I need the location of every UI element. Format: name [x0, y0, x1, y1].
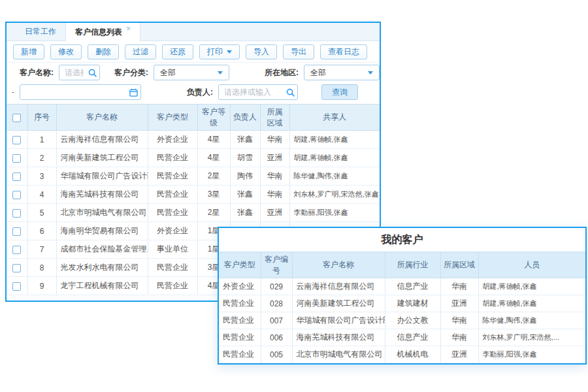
industry: 信息产业 [385, 278, 440, 295]
customer-level: 4星 [197, 131, 230, 149]
customer-type: 民营企业 [148, 149, 197, 167]
region-select[interactable]: 全部 [304, 65, 380, 80]
row-checkbox[interactable] [12, 246, 21, 254]
table-header-row: 序号 客户名称 客户类型 客户等级 负责人 所属区域 共享人 [7, 105, 380, 131]
customer-code-link[interactable]: 005 [261, 346, 292, 363]
export-button[interactable]: 导出 [283, 44, 314, 59]
customer-name-link[interactable]: 河南美新建筑工程公司 [292, 295, 385, 312]
table-row[interactable]: 外资企业 029 云南海祥信息有限公司 信息产业 华南 胡建,蒋德帧,张鑫 [219, 278, 585, 295]
filter-row-2: - 负责人: 查询 [7, 82, 380, 102]
tab-customer-list[interactable]: 客户信息列表 × [65, 23, 140, 41]
customer-level: 2星 [197, 167, 230, 186]
customer-name-link[interactable]: 北京市明城电气有限公司 [56, 204, 148, 222]
row-checkbox[interactable] [12, 282, 21, 291]
region: 华南 [440, 329, 478, 346]
view-log-button[interactable]: 查看日志 [320, 44, 367, 59]
owner-link[interactable]: 张鑫 [230, 131, 260, 149]
customer-type: 民营企业 [148, 277, 197, 295]
owner-link[interactable]: 陶伟 [230, 167, 260, 186]
row-no: 1 [27, 131, 56, 149]
search-icon[interactable] [85, 69, 99, 77]
region: 华南 [440, 278, 478, 295]
table-row[interactable]: 民营企业 006 海南芜城科技有限公司 信息产业 华南 刘东林,罗广明,宋浩然,… [219, 329, 585, 346]
tab-daily-work[interactable]: 日常工作 [16, 23, 65, 41]
delete-button[interactable]: 删除 [88, 44, 119, 59]
customer-code-link[interactable]: 028 [261, 295, 292, 312]
table-row[interactable]: 2 河南美新建筑工程公司 民营企业 4星 胡雪 亚洲 胡建,蒋德帧,张鑫 [7, 149, 380, 167]
row-no: 3 [27, 167, 56, 186]
customer-name-link[interactable]: 北京市明城电气有限公司 [292, 346, 385, 363]
table-row[interactable]: 4 海南芜城科技有限公司 民营企业 3星 张鑫 华南 刘东林,罗广明,宋浩然,张… [7, 186, 380, 204]
customer-name-link[interactable]: 华瑞城有限公司广告设计部 [292, 312, 385, 329]
owner-link[interactable]: 胡雪 [230, 149, 260, 167]
my-customers-panel: 我的客户 客户类型 客户编号 客户名称 所属行业 所属区域 人员 外资企业 02… [218, 227, 587, 365]
table-row[interactable]: 5 北京市明城电气有限公司 民营企业 2星 张鑫 亚洲 李勤丽,阳强,张鑫 [7, 204, 380, 222]
tab-customer-list-label: 客户信息列表 [75, 27, 122, 38]
customer-category-select[interactable]: 全部 [154, 65, 229, 80]
my-customers-title: 我的客户 [219, 228, 585, 252]
customer-code-link[interactable]: 029 [261, 278, 292, 295]
date-input[interactable] [20, 84, 141, 100]
region: 华南 [260, 167, 289, 186]
add-button[interactable]: 新增 [13, 44, 44, 59]
customer-type: 外资企业 [148, 222, 197, 240]
row-checkbox[interactable] [12, 191, 21, 199]
table-row[interactable]: 1 云南海祥信息有限公司 外资企业 4星 张鑫 华南 胡建,蒋德帧,张鑫 [7, 131, 380, 149]
region: 亚洲 [260, 204, 289, 222]
customer-name-link[interactable]: 华瑞城有限公司广告设计部 [56, 167, 148, 186]
customer-type: 民营企业 [219, 312, 261, 329]
row-checkbox[interactable] [12, 209, 21, 218]
customer-name-link[interactable]: 云南海祥信息有限公司 [56, 131, 148, 149]
industry: 建筑建材 [385, 295, 440, 312]
customer-category-label: 客户分类: [114, 67, 148, 78]
customer-name-label: 客户名称: [20, 67, 54, 78]
customer-type: 外资企业 [219, 278, 261, 295]
customer-code-link[interactable]: 006 [261, 329, 292, 346]
customer-name-input[interactable] [59, 65, 100, 80]
date-field[interactable] [20, 88, 126, 97]
customer-code-link[interactable]: 007 [261, 312, 292, 329]
customer-name-link[interactable]: 河南美新建筑工程公司 [56, 149, 148, 167]
table-row[interactable]: 3 华瑞城有限公司广告设计部 民营企业 2星 陶伟 华南 陈华健,陶伟,张鑫 [7, 167, 380, 186]
customer-name-link[interactable]: 海南芜城科技有限公司 [56, 186, 148, 204]
customer-name-link[interactable]: 成都市社会保险基金管理... [56, 240, 148, 259]
members: 胡建,蒋德帧,张鑫 [478, 295, 585, 312]
customer-name-link[interactable]: 云南海祥信息有限公司 [292, 278, 385, 295]
print-button[interactable]: 打印 [199, 44, 240, 59]
customer-name-link[interactable]: 海南芜城科技有限公司 [292, 329, 385, 346]
col-shared: 共享人 [289, 105, 380, 131]
customer-name-link[interactable]: 海南明华贸易有限公司 [56, 222, 148, 240]
row-checkbox[interactable] [12, 172, 21, 181]
row-no: 8 [27, 259, 56, 277]
select-all-checkbox[interactable] [12, 114, 21, 122]
import-button[interactable]: 导入 [246, 44, 277, 59]
filter-button[interactable]: 过滤 [125, 44, 156, 59]
owner-link[interactable]: 张鑫 [230, 186, 260, 204]
customer-type: 外资企业 [148, 131, 197, 149]
edit-button[interactable]: 修改 [50, 44, 82, 59]
close-icon[interactable]: × [126, 25, 131, 33]
customer-name-link[interactable]: 光发水利水电有限公司 [56, 259, 148, 277]
row-checkbox[interactable] [12, 227, 21, 236]
search-icon[interactable] [283, 88, 297, 97]
industry: 办公文教 [385, 312, 440, 329]
table-row[interactable]: 民营企业 007 华瑞城有限公司广告设计部 办公文教 华南 陈华健,陶伟,张鑫 [219, 312, 585, 329]
customer-name-link[interactable]: 龙宇工程机械有限公司 [56, 277, 148, 295]
query-button[interactable]: 查询 [321, 84, 358, 100]
row-checkbox[interactable] [12, 154, 21, 163]
row-checkbox[interactable] [12, 136, 21, 144]
restore-button[interactable]: 还原 [162, 44, 193, 59]
row-checkbox[interactable] [12, 264, 21, 272]
calendar-icon[interactable] [126, 88, 140, 97]
owner-link[interactable]: 张鑫 [230, 204, 260, 222]
col-type: 客户类型 [219, 252, 261, 278]
customer-level: 3星 [197, 186, 230, 204]
customer-category-value: 全部 [160, 67, 176, 78]
owner-input[interactable] [218, 84, 298, 100]
table-row[interactable]: 民营企业 028 河南美新建筑工程公司 建筑建材 亚洲 胡建,蒋德帧,张鑫 [219, 295, 585, 312]
table-row[interactable]: 民营企业 005 北京市明城电气有限公司 机械机电 亚洲 李勤丽,阳强,张鑫 [219, 346, 585, 363]
members: 胡建,蒋德帧,张鑫 [478, 278, 585, 295]
region: 亚洲 [440, 295, 478, 312]
owner-field[interactable] [219, 88, 283, 97]
customer-name-field[interactable] [59, 68, 85, 77]
